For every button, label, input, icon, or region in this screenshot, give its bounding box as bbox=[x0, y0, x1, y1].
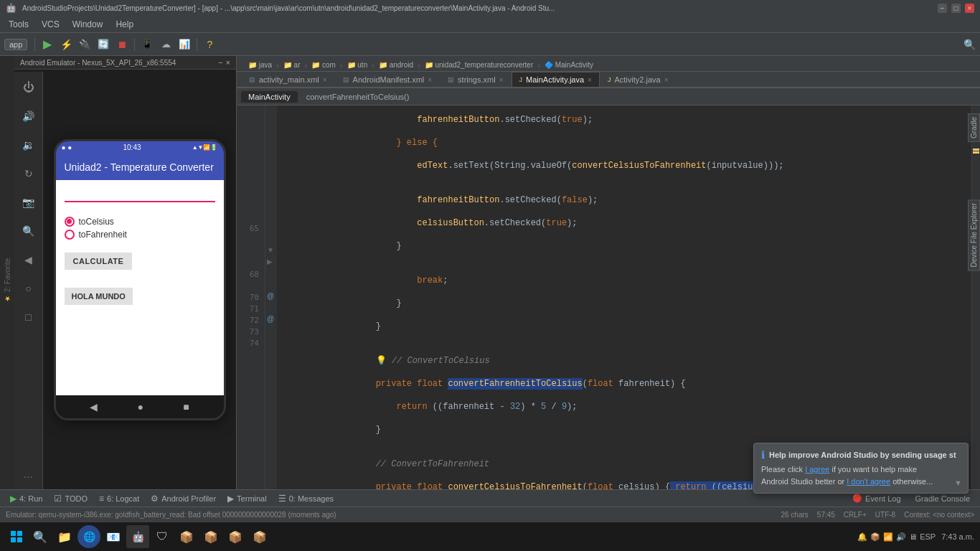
search-icon[interactable]: 🔍 bbox=[963, 39, 976, 50]
taskbar-app7[interactable]: 📦 bbox=[199, 525, 222, 548]
radio-to-fahrenheit[interactable]: toFahrenheit bbox=[65, 230, 215, 240]
event-log-tab[interactable]: 🔴 Event Log bbox=[848, 492, 905, 504]
app-title: Unidad2 - Temperature Converter bbox=[65, 161, 214, 173]
taskbar-app6[interactable]: 📦 bbox=[175, 525, 198, 548]
tray-lang[interactable]: ESP bbox=[920, 532, 936, 541]
taskbar-search[interactable]: 🔍 bbox=[29, 525, 52, 548]
crumb-ar[interactable]: 📁 ar bbox=[281, 60, 303, 70]
star-icon: ★ bbox=[4, 295, 11, 303]
terminal-tab[interactable]: ▶ Terminal bbox=[223, 492, 271, 505]
temperature-input[interactable] bbox=[65, 187, 215, 202]
fold-marker-3[interactable]: @ bbox=[267, 292, 274, 300]
agree-link[interactable]: I agree bbox=[805, 465, 829, 474]
messages-tab[interactable]: ☰ 0: Messages bbox=[274, 492, 338, 505]
start-button[interactable] bbox=[6, 526, 27, 547]
crumb-mainactivity[interactable]: 🔷 MainActivity bbox=[542, 60, 596, 70]
gradle-sidebar-tab[interactable]: Gradle bbox=[968, 113, 980, 142]
tab-activity-main-xml[interactable]: ▤ activity_main.xml × bbox=[241, 72, 335, 87]
crumb-java[interactable]: 📁 java bbox=[245, 60, 275, 70]
power-btn[interactable]: ⏻ bbox=[19, 77, 39, 98]
taskbar-file-explorer[interactable]: 📁 bbox=[53, 525, 76, 548]
sync-button[interactable]: 🔄 bbox=[95, 37, 111, 52]
help-button[interactable]: ? bbox=[202, 37, 217, 52]
device-file-sidebar-tab[interactable]: Device File Explorer bbox=[968, 199, 980, 270]
rotate-btn[interactable]: ↻ bbox=[19, 164, 39, 184]
volume-down-btn[interactable]: 🔉 bbox=[19, 135, 39, 155]
emulator-minimize-btn[interactable]: − bbox=[218, 58, 222, 67]
todo-tab[interactable]: ☑ TODO bbox=[50, 492, 92, 505]
close-button[interactable]: × bbox=[965, 4, 974, 13]
close-tab-manifest[interactable]: × bbox=[428, 76, 432, 84]
fold-marker-4[interactable]: @ bbox=[267, 315, 274, 323]
fold-marker-2[interactable]: ▶ bbox=[267, 258, 273, 265]
zoom-btn[interactable]: 🔍 bbox=[19, 221, 39, 241]
favorites-label[interactable]: ★ 2: Favorite bbox=[4, 258, 11, 303]
notification-chevron[interactable]: ▼ bbox=[954, 479, 962, 487]
home-emu-btn[interactable]: ○ bbox=[19, 278, 39, 298]
close-tab-strings[interactable]: × bbox=[499, 76, 504, 84]
minimize-button[interactable]: − bbox=[938, 4, 947, 13]
editor-tab-mainactivity[interactable]: MainActivity bbox=[241, 91, 298, 103]
run-tab[interactable]: ▶ 4: Run bbox=[6, 492, 47, 505]
menu-help[interactable]: Help bbox=[110, 18, 139, 31]
debug-button[interactable]: ⚡ bbox=[58, 37, 74, 52]
crumb-android[interactable]: 📁 android bbox=[376, 60, 416, 70]
menu-window[interactable]: Window bbox=[67, 18, 109, 31]
tab-strings-xml[interactable]: ▤ strings.xml × bbox=[440, 72, 511, 87]
crumb-package[interactable]: 📁 unidad2_temperatureconverter bbox=[422, 60, 537, 70]
tab-activity2-java[interactable]: J Activity2.java × bbox=[600, 72, 677, 87]
more-options-btn[interactable]: ··· bbox=[24, 471, 33, 484]
tray-icon-sound[interactable]: 🔊 bbox=[896, 532, 906, 542]
attach-button[interactable]: 🔌 bbox=[77, 37, 93, 52]
tray-icon-1[interactable]: 🔔 bbox=[857, 532, 867, 542]
tray-icon-display[interactable]: 🖥 bbox=[909, 532, 917, 541]
menu-bar: Tools VCS Window Help bbox=[0, 16, 980, 33]
hola-mundo-button[interactable]: HOLA MUNDO bbox=[65, 288, 133, 305]
logcat-tab[interactable]: ≡ 6: Logcat bbox=[95, 492, 143, 505]
taskbar-app5[interactable]: 🛡 bbox=[151, 525, 174, 548]
maximize-button[interactable]: □ bbox=[951, 4, 961, 13]
menu-vcs[interactable]: VCS bbox=[36, 18, 65, 31]
stop-button[interactable]: ⏹ bbox=[114, 37, 130, 52]
close-tab-mainactivity[interactable]: × bbox=[588, 76, 592, 84]
calculate-button[interactable]: CALCULATE bbox=[65, 253, 133, 270]
screenshot-btn[interactable]: 📷 bbox=[19, 192, 39, 212]
logcat-icon: ≡ bbox=[99, 494, 104, 504]
taskbar-app9[interactable]: 📦 bbox=[248, 525, 271, 548]
close-tab-activity2[interactable]: × bbox=[664, 76, 669, 84]
recents-emu-btn[interactable]: □ bbox=[19, 307, 39, 327]
close-tab-activity-main[interactable]: × bbox=[323, 76, 327, 84]
tray-icon-wifi[interactable]: 📶 bbox=[883, 532, 893, 542]
nav-home-icon[interactable]: ● bbox=[138, 401, 143, 413]
code-line-method-def: private float convertFahrenheitToCelsius… bbox=[283, 372, 966, 395]
sdk-button[interactable]: ☁ bbox=[158, 37, 174, 52]
tab-android-manifest[interactable]: ▤ AndroidManifest.xml × bbox=[335, 72, 440, 87]
taskbar-time[interactable]: 7:43 a.m. bbox=[941, 532, 974, 541]
crumb-utn[interactable]: 📁 utn bbox=[344, 60, 371, 70]
taskbar-android-studio[interactable]: 🤖 bbox=[126, 525, 149, 548]
disagree-link[interactable]: I don't agree bbox=[847, 477, 890, 486]
taskbar-app8[interactable]: 📦 bbox=[224, 525, 247, 548]
run-button[interactable]: ▶ bbox=[39, 37, 55, 52]
back-emu-btn[interactable]: ◀ bbox=[19, 250, 39, 270]
app-badge[interactable]: app bbox=[4, 39, 27, 50]
avd-button[interactable]: 📱 bbox=[139, 37, 155, 52]
editor-tab-convert-method[interactable]: convertFahrenheitToCelsius() bbox=[299, 91, 417, 103]
profiler-button[interactable]: 📊 bbox=[176, 37, 192, 52]
volume-up-btn[interactable]: 🔊 bbox=[19, 106, 39, 126]
menu-tools[interactable]: Tools bbox=[3, 18, 34, 31]
emulator-close-btn[interactable]: × bbox=[226, 58, 230, 67]
code-editor[interactable]: fahrenheitButton.setChecked(true); } els… bbox=[277, 105, 971, 489]
taskbar-browser[interactable]: 🌐 bbox=[77, 525, 100, 548]
nav-back-icon[interactable]: ◀ bbox=[90, 401, 98, 413]
crumb-com[interactable]: 📁 com bbox=[308, 60, 339, 70]
gradle-console-tab[interactable]: Gradle Console bbox=[911, 492, 974, 504]
tray-icon-2[interactable]: 📦 bbox=[870, 532, 880, 542]
nav-recents-icon[interactable]: ■ bbox=[183, 401, 189, 413]
tab-mainactivity-java[interactable]: J MainActivity.java × bbox=[512, 72, 600, 87]
profiler-tab[interactable]: ⚙ Android Profiler bbox=[146, 492, 220, 505]
code-line-10: } bbox=[283, 292, 966, 315]
taskbar-mail[interactable]: 📧 bbox=[102, 525, 125, 548]
radio-to-celsius[interactable]: toCelsius bbox=[65, 217, 215, 227]
fold-marker-1[interactable]: ▼ bbox=[267, 246, 274, 254]
